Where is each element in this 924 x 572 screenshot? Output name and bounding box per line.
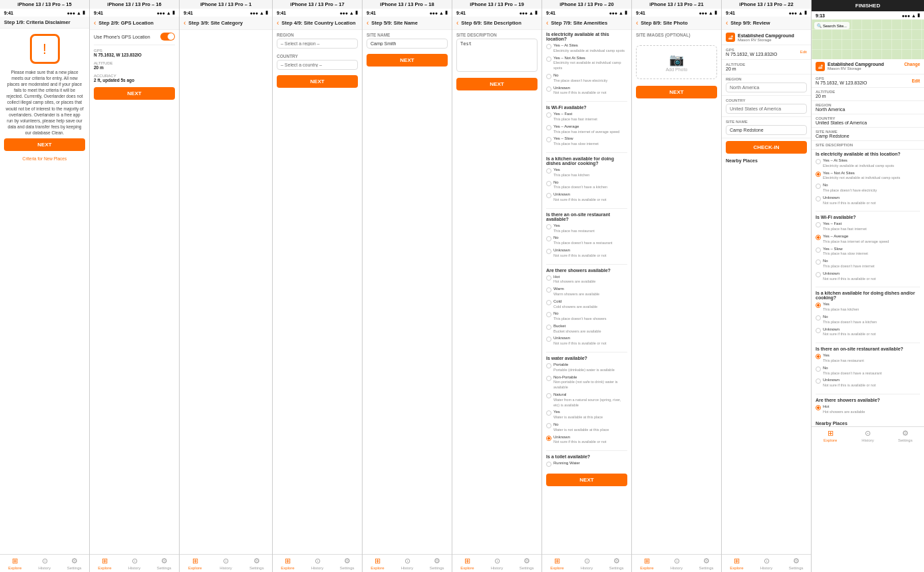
water-nonportable-radio[interactable] [546,376,551,381]
nav-settings-16[interactable]: ⚙ Settings [149,557,179,570]
water-yes-radio[interactable] [546,410,551,416]
nav-explore-16[interactable]: ⊞ Explore [90,557,120,570]
f-rest-unknown-r[interactable] [816,378,821,384]
kitchen-no-radio[interactable] [546,181,551,186]
nav-history-16[interactable]: ⊙ History [120,557,150,570]
wifi-slow-radio[interactable] [546,137,551,142]
elec-yes-not-at-radio[interactable] [546,57,551,62]
f-shower-hot-r[interactable] [816,405,821,410]
nav-explore-15[interactable]: ⊞ Explore [0,557,30,570]
rest-yes[interactable]: YesThis place has restaurant [546,223,627,234]
shower-warm[interactable]: WarmWarm showers are available [546,287,627,297]
next-button-16[interactable]: NEXT [94,87,175,100]
next-button-15[interactable]: NEXT [4,138,85,151]
water-portable-radio[interactable] [546,363,551,368]
shower-unknown[interactable]: UnknownNot sure if this is available or … [546,336,627,347]
toilet-running-radio[interactable] [546,462,551,467]
nav-settings-20[interactable]: ⚙ Settings [601,557,631,570]
shower-hot-radio[interactable] [546,275,551,281]
next-button-19[interactable]: NEXT [456,78,538,90]
f-wifi-unknown-r[interactable] [816,272,821,277]
wifi-fast-radio[interactable] [546,112,551,118]
f-wifi-avg-r[interactable] [816,235,821,240]
wifi-fast[interactable]: Yes – FastThis place has fast internet [546,112,627,122]
shower-bucket[interactable]: BucketBucket showers are available [546,324,627,335]
nav-explore-1[interactable]: ⊞ Explore [180,557,210,570]
nav-history-18[interactable]: ⊙ History [392,557,422,570]
water-natural-radio[interactable] [546,393,551,398]
shower-unknown-radio[interactable] [546,337,551,342]
back-arrow-1[interactable]: ‹ [184,19,186,27]
nav-settings-17[interactable]: ⚙ Settings [332,557,362,570]
f-shower-hot[interactable]: HotHot showers are available [816,404,920,415]
elec-unknown[interactable]: UnknownNot sure if this is available or … [546,86,627,96]
rest-no[interactable]: NoThis place doesn't have a restaurant [546,235,627,246]
shower-no-radio[interactable] [546,312,551,317]
nav-settings-19[interactable]: ⚙ Settings [512,557,541,570]
region-select[interactable]: – Select a region – [277,39,358,49]
f-elec-unknown[interactable]: UnknownNot sure if this is available or … [816,196,920,206]
gps-toggle[interactable] [160,33,175,41]
water-no-radio[interactable] [546,423,551,428]
criteria-link[interactable]: Criteria for New Places [3,156,86,161]
nav-settings-1[interactable]: ⚙ Settings [241,557,272,570]
elec-unknown-radio[interactable] [546,86,551,92]
f-wifi-avg[interactable]: Yes – AverageThis place has internet of … [816,234,920,245]
sitedesc-input[interactable]: Test [456,39,538,72]
nav-explore-22[interactable]: ⊞ Explore [722,557,752,570]
back-arrow-20[interactable]: ‹ [546,19,548,27]
f-elec-yes-at[interactable]: Yes – At SitesElectricity available at i… [816,158,920,169]
water-no[interactable]: NoWater is not available at this place [546,422,627,433]
f-elec-unknown-r[interactable] [816,196,821,202]
f-wifi-unknown[interactable]: UnknownNot sure if this is available or … [816,271,920,282]
f-wifi-no[interactable]: NoThis place doesn't have internet [816,259,920,269]
kitchen-no[interactable]: NoThis place doesn't have a kitchen [546,180,627,191]
next-button-21[interactable]: NEXT [636,86,717,98]
country-select[interactable]: – Select a country – [277,60,358,70]
f-elec-no[interactable]: NoThe place doesn't have electricity [816,183,920,194]
water-portable[interactable]: PortablePortable (drinkable) water is av… [546,362,627,373]
shower-warm-radio[interactable] [546,287,551,293]
edit-gps-finished[interactable]: Edit [912,78,920,83]
elec-no[interactable]: NoThe place doesn't have electricity [546,73,627,84]
nav-history-20[interactable]: ⊙ History [572,557,602,570]
f-rest-unknown[interactable]: UnknownNot sure if this is available or … [816,378,920,388]
nav-explore-20[interactable]: ⊞ Explore [542,557,572,570]
nav-settings-21[interactable]: ⚙ Settings [691,557,721,570]
elec-yes-not-at[interactable]: Yes – Not At SitesElectricity not availa… [546,56,627,71]
wifi-avg-radio[interactable] [546,125,551,130]
f-kitchen-unknown[interactable]: UnknownNot sure if this is available or … [816,327,920,338]
shower-cold[interactable]: ColdCold showers are available [546,299,627,310]
sitename-review-input[interactable] [726,125,807,135]
kitchen-yes-radio[interactable] [546,168,551,174]
elec-yes-at[interactable]: Yes – At SitesElectricity available at i… [546,43,627,54]
f-kitchen-yes-r[interactable] [816,303,821,308]
f-elec-yes-not-at[interactable]: Yes – Not At SitesElectricity not availa… [816,171,920,182]
f-kitchen-yes[interactable]: YesThis place has kitchen [816,302,920,313]
back-arrow-21[interactable]: ‹ [636,19,638,27]
region-review-select[interactable]: North America [726,82,807,92]
water-yes[interactable]: YesWater is available at this place [546,410,627,420]
rest-yes-radio[interactable] [546,224,551,229]
back-arrow-19[interactable]: ‹ [456,19,458,27]
shower-bucket-radio[interactable] [546,325,551,330]
checkin-button-22[interactable]: CHECK-IN [726,141,807,154]
next-button-17[interactable]: NEXT [277,75,358,88]
nav-explore-19[interactable]: ⊞ Explore [452,557,482,570]
rest-unknown-radio[interactable] [546,249,551,254]
country-review-select[interactable]: United States of America [726,104,807,114]
kitchen-unknown[interactable]: UnknownNot sure if this is available or … [546,192,627,203]
nav-explore-finished[interactable]: ⊞ Explore [812,429,849,442]
nav-history-21[interactable]: ⊙ History [662,557,692,570]
edit-link-22[interactable]: Edit [800,50,807,54]
nav-explore-21[interactable]: ⊞ Explore [632,557,662,570]
shower-hot[interactable]: HotHot showers are available [546,275,627,285]
nav-history-22[interactable]: ⊙ History [752,557,782,570]
rest-no-radio[interactable] [546,236,551,241]
shower-cold-radio[interactable] [546,300,551,305]
rest-unknown[interactable]: UnknownNot sure if this is available or … [546,248,627,259]
nav-history-1[interactable]: ⊙ History [210,557,241,570]
nav-explore-17[interactable]: ⊞ Explore [273,557,303,570]
wifi-avg[interactable]: Yes – AverageThis place has internet of … [546,124,627,135]
kitchen-yes[interactable]: YesThis place has kitchen [546,168,627,178]
